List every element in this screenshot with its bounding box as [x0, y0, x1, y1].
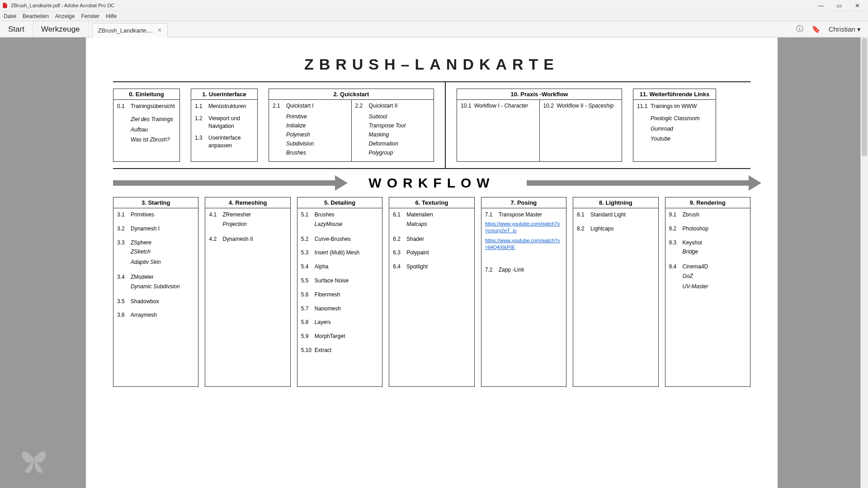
workflow-title: WORKFLOW [337, 175, 526, 191]
page: ZBRUSH–LANDKARTE 0. Einleitung 0.1Traini… [86, 38, 778, 488]
card-posing: 7. Posing 7.1Transpose Masterhttps://www… [481, 197, 566, 387]
section-rule [113, 168, 750, 169]
list-item: 9.1Zbrush [669, 211, 746, 219]
list-item: 3.1Primitives [117, 211, 194, 219]
list-item: 6.2Shader [393, 235, 470, 243]
card-rendering: 9. Rendering 9.1Zbrush9.2Photoshop9.3Key… [665, 197, 750, 387]
card-texturing: 6. Texturing 6.1MaterialienMatcaps6.2Sha… [389, 197, 474, 387]
list-subitem: UV-Master [669, 283, 746, 291]
list-item: 5.2Curve-Brushes [301, 235, 378, 243]
card-lightning: 8. Lightning 8.1Standard Light8.2Lightca… [573, 197, 658, 387]
list-item: 8.1Standard Light [577, 211, 654, 219]
top-section: 0. Einleitung 0.1Trainingsübersicht Ziel… [113, 89, 750, 162]
list-item: 6.4Spotlight [393, 263, 470, 271]
title-rule [113, 81, 750, 82]
list-item: 3.3ZSphere [117, 239, 194, 247]
list-item: 5.6Fibermesh [301, 291, 378, 299]
list-item: 5.7Nanomesh [301, 305, 378, 313]
list-item: 3.2Dynamesh I [117, 225, 194, 233]
list-item: 9.2Photoshop [669, 225, 746, 233]
list-item: 5.9MorphTarget [301, 333, 378, 340]
menu-bearbeiten[interactable]: Bearbeiten [23, 13, 49, 19]
menubar: Datei Bearbeiten Anzeige Fenster Hilfe [0, 11, 868, 21]
menu-datei[interactable]: Datei [4, 13, 16, 19]
list-item: 3.4ZModeler [117, 273, 194, 281]
list-subitem: Projection [209, 221, 286, 228]
vertical-separator [445, 82, 446, 168]
document-tab-label: ZBrush_Landkarte.... [98, 27, 153, 34]
list-item: 7.1Transpose Master [485, 211, 562, 219]
list-subitem: GoZ [669, 272, 746, 280]
arrow-left [113, 180, 337, 186]
list-subitem: Adaptiv Skin [117, 258, 194, 266]
list-item: 9.3Keyshot [669, 239, 746, 247]
card-remeshing: 4. Remeshing 4.1ZRemesherProjection4.2Dy… [205, 197, 290, 387]
window-close-button[interactable]: ✕ [848, 0, 866, 11]
window-minimize-button[interactable]: — [812, 0, 830, 11]
list-item: 5.10Extract [301, 347, 378, 354]
card-head: 0. Einleitung [113, 89, 179, 100]
tools-button[interactable]: Werkzeuge [33, 21, 89, 37]
workflow-header: WORKFLOW [113, 175, 750, 191]
list-item: 9.4Cinema4D [669, 263, 746, 271]
user-menu[interactable]: Christian ▾ [829, 25, 861, 33]
bookmark-icon[interactable]: 🔖 [811, 25, 821, 33]
list-item: 5.1Brushes [301, 211, 378, 219]
list-item: 7.2Zapp -Link [485, 266, 562, 274]
arrow-right [527, 180, 750, 186]
card-quickstart: 2. Quickstart 2.1Quickstart I Primitive … [269, 89, 434, 162]
window-maximize-button[interactable]: ▭ [830, 0, 848, 11]
list-item: 5.5Surface Noise [301, 277, 378, 285]
menu-anzeige[interactable]: Anzeige [55, 13, 75, 19]
list-subitem: Matcaps [393, 221, 470, 228]
list-subitem: Bridge [669, 248, 746, 256]
document-viewport: ZBRUSH–LANDKARTE 0. Einleitung 0.1Traini… [0, 38, 868, 488]
right-gutter [778, 38, 868, 488]
watermark-icon [18, 443, 50, 474]
list-item: 6.1Materialien [393, 211, 470, 219]
acrobat-icon [2, 2, 8, 9]
page-title: ZBRUSH–LANDKARTE [113, 56, 750, 73]
vertical-scrollbar[interactable] [860, 38, 868, 488]
list-item: 5.8Layers [301, 319, 378, 326]
list-subitem: LazyMouse [301, 221, 378, 228]
left-gutter [0, 38, 86, 488]
card-detailing: 5. Detailing 5.1BrushesLazyMouse5.2Curve… [297, 197, 382, 387]
card-userinterface: 1. Userinterface 1.1Menüstrukturen 1.2Vi… [191, 89, 258, 162]
hyperlink[interactable]: https://www.youtube.com/watch?v=cmury2eT… [485, 221, 562, 235]
list-item: 5.4Alpha [301, 263, 378, 271]
list-item: 6.3Polypaint [393, 249, 470, 257]
card-praxis-workflow: 10. Praxis -Workflow 10.1Workflow I - Ch… [457, 89, 622, 162]
document-tab[interactable]: ZBrush_Landkarte.... ✕ [92, 23, 168, 38]
list-subitem: ZSketch [117, 248, 194, 256]
window-title: ZBrush_Landkarte.pdf - Adobe Acrobat Pro… [11, 3, 114, 8]
tab-close-icon[interactable]: ✕ [157, 27, 162, 33]
scrollbar-thumb[interactable] [862, 38, 867, 156]
toolbar: Start Werkzeuge ZBrush_Landkarte.... ✕ ⓘ… [0, 21, 868, 38]
list-item: 3.6Arraymesh [117, 311, 194, 319]
card-starting: 3. Starting 3.1Primitives3.2Dynamesh I3.… [113, 197, 198, 387]
start-button[interactable]: Start [0, 21, 33, 37]
card-links: 11. Weiterführende Links 11.1Trainings i… [633, 89, 716, 162]
hyperlink[interactable]: https://www.youtube.com/watch?v=Ii4Q4XIk… [485, 237, 562, 251]
card-einleitung: 0. Einleitung 0.1Trainingsübersicht Ziel… [113, 89, 180, 162]
list-item: 4.2Dynamesh II [209, 235, 286, 243]
list-item: 8.2Lightcaps [577, 225, 654, 233]
help-icon[interactable]: ⓘ [796, 24, 803, 34]
workflow-grid: 3. Starting 3.1Primitives3.2Dynamesh I3.… [113, 197, 750, 387]
menu-fenster[interactable]: Fenster [81, 13, 99, 19]
list-item: 5.3Insert (Multi) Mesh [301, 249, 378, 257]
menu-hilfe[interactable]: Hilfe [106, 13, 117, 19]
list-subitem: Dynamic Subdivsion [117, 283, 194, 291]
titlebar: ZBrush_Landkarte.pdf - Adobe Acrobat Pro… [0, 0, 868, 11]
list-item: 3.5Shadowbox [117, 298, 194, 305]
list-item: 4.1ZRemesher [209, 211, 286, 219]
